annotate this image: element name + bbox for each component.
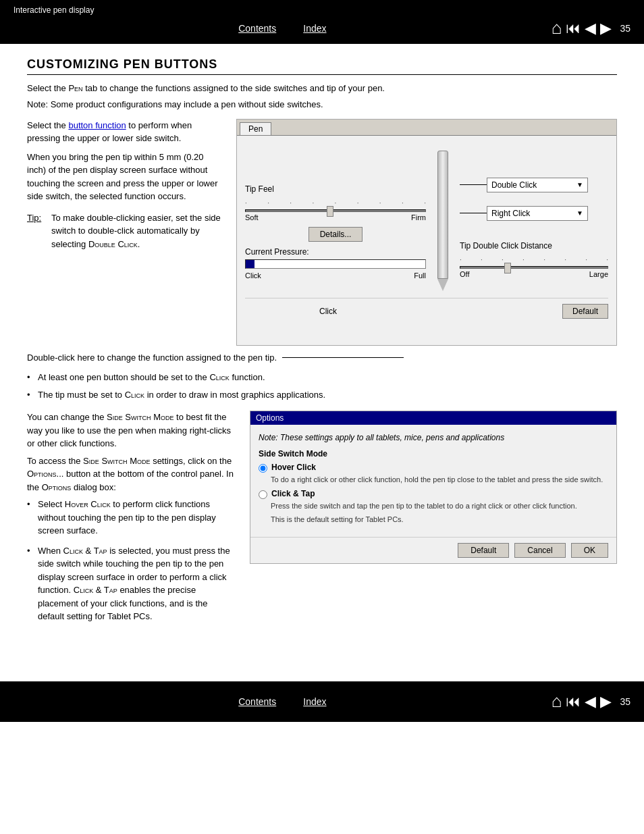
right-click-label: Right Click (491, 209, 530, 218)
double-click-dropdown[interactable]: Double Click ▼ (487, 178, 588, 192)
click-tap-radio[interactable] (259, 490, 267, 499)
pen-tab[interactable]: Pen (240, 122, 271, 135)
dbl-click-area: Double-click here to change the function… (27, 351, 617, 365)
index-link[interactable]: Index (303, 23, 326, 34)
main-content: CUSTOMIZING PEN BUTTONS Select the Pen t… (0, 44, 644, 654)
nav-center: Contents Index (14, 23, 552, 34)
first-page-icon[interactable]: ⏮ (566, 20, 581, 37)
options-ok-btn[interactable]: OK (571, 543, 608, 558)
default-button[interactable]: Default (562, 304, 608, 319)
pressure-labels: Click Full (245, 271, 426, 280)
options-dialog-body: Note: These settings apply to all tablet… (250, 425, 616, 537)
intro-text: Select the Pen tab to change the functio… (27, 82, 617, 95)
bullet-text-2: The tip must be set to Click in order to… (38, 388, 325, 402)
tip-label: Tip: (27, 211, 46, 251)
select-btn-text: Select the button function to perform wh… (27, 119, 223, 145)
footer-index-link[interactable]: Index (303, 696, 326, 707)
slider-track[interactable] (245, 209, 426, 212)
options-section: You can change the Side Switch Mode to b… (27, 411, 617, 627)
soft-label: Soft (245, 213, 259, 221)
click-bottom-label: Click (319, 307, 337, 316)
connector-line-1 (460, 184, 487, 185)
options-dialog: Options Note: These settings apply to al… (250, 411, 617, 564)
page-number-header: 35 (620, 23, 630, 34)
options-title-bar: Options (250, 411, 616, 425)
bullet-item-2: • The tip must be set to Click in order … (27, 388, 617, 402)
pen-dialog-inner: Tip Feel ········· Soft Fir (245, 144, 608, 291)
header-nav: Contents Index ⌂ ⏮ ◀ ▶ 35 (14, 18, 630, 44)
options-para-2: To access the Side Switch Mode settings,… (27, 454, 236, 494)
tip-dc-thumb[interactable] (504, 263, 511, 273)
home-icon[interactable]: ⌂ (552, 18, 562, 38)
dropdown2-arrow: ▼ (576, 209, 583, 217)
footer-contents-link[interactable]: Contents (238, 696, 276, 707)
options-cancel-btn[interactable]: Cancel (514, 543, 565, 558)
bottom-footer: Contents Index ⌂ ⏮ ◀ ▶ 35 (0, 681, 644, 722)
options-footer: Default Cancel OK (250, 537, 616, 563)
tip-dc-slider[interactable]: ········ Off Large (460, 255, 608, 278)
slider-thumb[interactable] (327, 206, 333, 217)
options-bullet-1: • Select Hover Click to perform click fu… (27, 498, 236, 538)
options-left-column: You can change the Side Switch Mode to b… (27, 411, 236, 627)
options-bullet-2: • When Click & Tap is selected, you must… (27, 544, 236, 623)
bullet-dot-2: • (27, 388, 32, 402)
tip-dc-track[interactable] (460, 266, 608, 269)
double-click-row: Double Click ▼ (460, 178, 608, 192)
button-function-link[interactable]: button function (68, 120, 126, 130)
hover-click-radio[interactable] (259, 464, 267, 473)
hover-click-label: Hover Click (271, 463, 316, 472)
dbl-click-note: Double-click here to change the function… (27, 351, 277, 365)
click-tap-radio-row: Click & Tap (259, 489, 608, 499)
slider-dots: ········· (245, 198, 426, 208)
prev-page-icon[interactable]: ◀ (585, 20, 596, 37)
footer-next-icon[interactable]: ▶ (600, 693, 612, 710)
note-text: Note: Some product configurations may in… (27, 99, 617, 109)
click-tap-label: Click & Tap (271, 489, 315, 498)
footer-nav: Contents Index (14, 696, 552, 707)
next-page-icon[interactable]: ▶ (600, 20, 612, 37)
full-label: Full (414, 271, 426, 280)
pen-dialog-col: Pen Tip Feel ········· (236, 119, 617, 346)
options-note: Note: These settings apply to all tablet… (259, 433, 608, 442)
options-default-btn[interactable]: Default (458, 543, 509, 558)
options-bullet-text-2: When Click & Tap is selected, you must p… (38, 544, 236, 623)
footer-page-number: 35 (620, 696, 630, 707)
tip-feel-panel: Tip Feel ········· Soft Fir (245, 184, 426, 291)
pen-section: Select the button function to perform wh… (27, 119, 617, 346)
footer-home-icon[interactable]: ⌂ (552, 691, 562, 712)
tip-dc-section: Tip Double Click Distance ········ (460, 241, 608, 278)
pen-body (437, 151, 448, 279)
tip-feel-slider[interactable]: ········· Soft Firm (245, 198, 426, 221)
pressure-bar-fill (246, 260, 254, 268)
bullet-item-1: • At least one pen button should be set … (27, 371, 617, 384)
bullets-section-1: • At least one pen button should be set … (27, 371, 617, 401)
pen-left-column: Select the button function to perform wh… (27, 119, 223, 346)
footer-first-icon[interactable]: ⏮ (566, 693, 581, 710)
dbl-click-line (282, 357, 404, 358)
bullet-dot-3: • (27, 498, 32, 538)
options-bullet-text-1: Select Hover Click to perform click func… (38, 498, 236, 538)
top-header: Interactive pen display Contents Index ⌂… (0, 0, 644, 44)
slider-labels: Soft Firm (245, 213, 426, 221)
options-para-1: You can change the Side Switch Mode to b… (27, 411, 236, 450)
header-title: Interactive pen display (14, 5, 630, 15)
firm-label: Firm (411, 213, 426, 221)
contents-link[interactable]: Contents (238, 23, 276, 34)
current-pressure-label: Current Pressure: (245, 247, 426, 257)
hover-click-desc: To do a right click or other click funct… (271, 475, 608, 484)
details-button[interactable]: Details... (308, 227, 363, 242)
bullet-dot-4: • (27, 544, 32, 623)
footer-prev-icon[interactable]: ◀ (585, 693, 596, 710)
right-click-row: Right Click ▼ (460, 206, 608, 221)
tip-text: To make double-clicking easier, set the … (51, 211, 223, 251)
tip-dc-labels: Off Large (460, 270, 608, 278)
pen-dialog-body: Tip Feel ········· Soft Fir (237, 136, 616, 345)
pen-tip-shape (437, 279, 448, 291)
right-click-dropdown[interactable]: Right Click ▼ (487, 206, 588, 221)
pen-dialog: Pen Tip Feel ········· (236, 119, 617, 346)
nav-icons: ⌂ ⏮ ◀ ▶ 35 (552, 18, 630, 38)
pen-right-controls: Double Click ▼ Right Click ▼ (460, 144, 608, 291)
tip-dc-dots: ········ (460, 255, 608, 265)
click-label: Click (245, 271, 261, 280)
options-dialog-col: Options Note: These settings apply to al… (250, 411, 617, 627)
